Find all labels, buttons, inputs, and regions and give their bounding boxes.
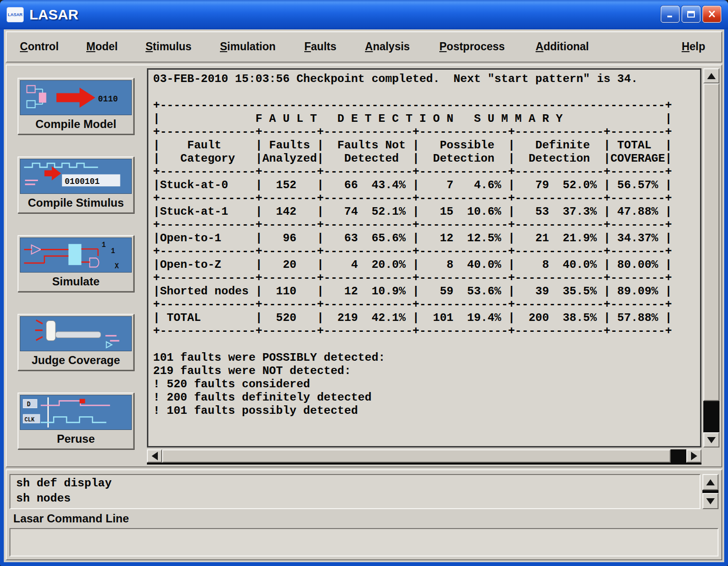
menu-item-analysis[interactable]: Analysis [365, 32, 410, 61]
terminal-output: 03-FEB-2010 15:03:56 Checkpoint complete… [147, 68, 701, 447]
icon-text: CLK [25, 417, 35, 424]
main-panel: 0110 Compile Model 0100101 [6, 64, 722, 467]
terminal-text: 03-FEB-2010 15:03:56 Checkpoint complete… [148, 70, 700, 420]
compile-model-label: Compile Model [18, 117, 133, 133]
app-icon-text: LASAR [8, 12, 23, 17]
terminal-vertical-scrollbar[interactable] [703, 68, 719, 447]
icon-text: 1 [102, 241, 106, 250]
title-bar[interactable]: LASAR LASAR [0, 0, 728, 29]
menu-item-stimulus[interactable]: Stimulus [146, 32, 191, 61]
judge-coverage-label: Judge Coverage [18, 353, 133, 369]
arrow-up-icon [707, 73, 716, 79]
maximize-icon [686, 10, 696, 18]
close-button[interactable] [702, 6, 721, 23]
command-input-box [9, 528, 719, 557]
lasar-window: LASAR LASAR ControlModelStimulusSimulati… [0, 0, 728, 566]
compile-stimulus-label: Compile Stimulus [18, 195, 133, 211]
arrow-up-icon [706, 479, 715, 485]
minimize-button[interactable] [661, 6, 680, 23]
horizontal-scroll-thumb[interactable] [162, 449, 671, 463]
close-icon [708, 10, 716, 18]
command-line-label: Lasar Command Line [13, 512, 129, 525]
menu-item-additional[interactable]: Additional [536, 32, 589, 61]
icon-text: X [115, 262, 119, 271]
peruse-icon: D CLK [20, 395, 132, 430]
peruse-label: Peruse [18, 431, 133, 447]
scroll-left-button[interactable] [147, 449, 162, 463]
maximize-button[interactable] [682, 6, 701, 23]
menu-item-control[interactable]: Control [20, 32, 59, 61]
simulate-button[interactable]: 1 1 X Simulate [18, 235, 134, 292]
arrow-right-icon [691, 452, 697, 460]
compile-model-button[interactable]: 0110 Compile Model [18, 78, 134, 135]
minimize-icon [666, 10, 674, 18]
peruse-button[interactable]: D CLK Peruse [18, 393, 134, 449]
terminal-horizontal-scrollbar[interactable] [147, 449, 701, 465]
menu-item-help[interactable]: Help [682, 32, 705, 61]
window-controls [659, 6, 721, 23]
icon-text: 1 [111, 246, 115, 256]
vertical-scroll-track[interactable] [703, 83, 719, 432]
menu-items: ControlModelStimulusSimulationFaultsAnal… [7, 32, 721, 62]
scroll-right-button[interactable] [686, 449, 701, 463]
compile-model-icon: 0110 [20, 80, 132, 115]
history-scroll-up-button[interactable] [702, 474, 719, 490]
arrow-left-icon [152, 452, 158, 460]
window-title: LASAR [29, 7, 78, 23]
menu-item-model[interactable]: Model [86, 32, 118, 61]
scroll-up-button[interactable] [703, 68, 719, 83]
judge-coverage-icon [20, 316, 132, 351]
compile-stimulus-button[interactable]: 0100101 Compile Stimulus [18, 156, 134, 213]
command-input[interactable] [10, 529, 718, 556]
menu-item-faults[interactable]: Faults [304, 32, 337, 61]
command-history-text: sh def display sh nodes [10, 475, 700, 507]
arrow-down-icon [707, 437, 716, 443]
menu-bar: ControlModelStimulusSimulationFaultsAnal… [6, 31, 722, 63]
history-scrollbar[interactable] [702, 474, 719, 509]
menu-item-postprocess[interactable]: Postprocess [439, 32, 505, 61]
judge-coverage-button[interactable]: Judge Coverage [18, 314, 134, 371]
command-panel: sh def display sh nodes Lasar Command Li… [6, 469, 722, 560]
command-history: sh def display sh nodes [9, 474, 701, 509]
sidebar: 0110 Compile Model 0100101 [7, 65, 145, 466]
icon-text: D [27, 401, 31, 409]
menu-item-simulation[interactable]: Simulation [220, 32, 276, 61]
icon-text: 0100101 [65, 176, 100, 186]
simulate-icon: 1 1 X [20, 237, 132, 273]
scroll-down-button[interactable] [703, 432, 719, 447]
client-area: ControlModelStimulusSimulationFaultsAnal… [4, 29, 724, 562]
simulate-label: Simulate [18, 274, 133, 290]
vertical-scroll-thumb[interactable] [703, 83, 719, 401]
app-icon[interactable]: LASAR [7, 7, 24, 22]
horizontal-scroll-track[interactable] [162, 449, 686, 463]
compile-stimulus-icon: 0100101 [20, 159, 132, 194]
arrow-down-icon [706, 498, 715, 504]
history-scroll-down-button[interactable] [702, 493, 719, 509]
icon-text: 0110 [98, 94, 118, 104]
